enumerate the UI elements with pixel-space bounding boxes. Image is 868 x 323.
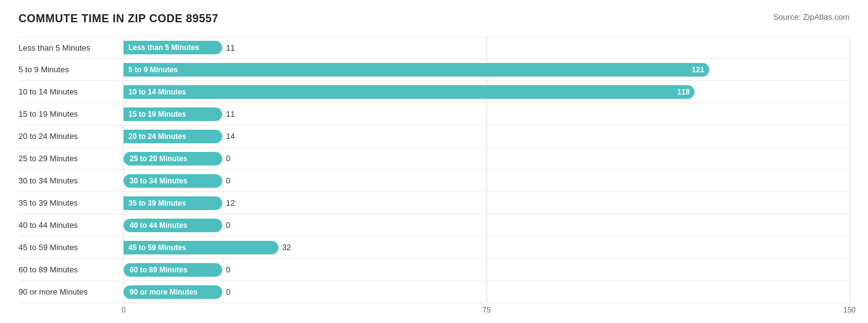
bar-pill-label: 90 or more Minutes bbox=[130, 288, 198, 296]
bar-label: 40 to 44 Minutes bbox=[19, 220, 123, 230]
bar-value: 121 bbox=[692, 65, 704, 74]
bar-label: 5 to 9 Minutes bbox=[19, 65, 123, 74]
grid-line bbox=[486, 170, 487, 191]
bar-pill-label: 30 to 34 Minutes bbox=[130, 177, 187, 185]
grid-line bbox=[486, 281, 487, 303]
bar-label: Less than 5 Minutes bbox=[19, 43, 123, 52]
bar-container: 35 to 39 Minutes12 bbox=[123, 192, 849, 214]
bar-pill-label: 40 to 44 Minutes bbox=[130, 221, 187, 230]
chart-area: Less than 5 MinutesLess than 5 Minutes11… bbox=[19, 36, 849, 318]
grid-line bbox=[486, 148, 487, 169]
grid-line bbox=[849, 281, 850, 303]
bar: 20 to 24 Minutes14 bbox=[123, 130, 222, 143]
bar: 45 to 59 Minutes32 bbox=[123, 241, 278, 254]
bar: 5 to 9 Minutes121 bbox=[123, 63, 709, 77]
bar-container: 40 to 44 Minutes0 bbox=[123, 214, 849, 236]
bar-container: Less than 5 Minutes11 bbox=[123, 37, 849, 58]
bar-pill: 25 to 29 Minutes0 bbox=[123, 152, 222, 166]
bar-pill-label: 60 to 89 Minutes bbox=[130, 266, 187, 274]
bar-value: 11 bbox=[226, 109, 235, 119]
bar-pill-label: 15 to 19 Minutes bbox=[123, 110, 186, 119]
bar-pill: 30 to 34 Minutes0 bbox=[123, 174, 222, 188]
bar-row: 90 or more Minutes90 or more Minutes0 bbox=[19, 281, 849, 303]
bar-row: 40 to 44 Minutes40 to 44 Minutes0 bbox=[19, 214, 849, 237]
bar-container: 60 to 89 Minutes0 bbox=[123, 259, 849, 280]
bar-container: 30 to 34 Minutes0 bbox=[123, 170, 849, 191]
bar-row: 35 to 39 Minutes35 to 39 Minutes12 bbox=[19, 192, 849, 214]
bar-pill: 40 to 44 Minutes0 bbox=[123, 219, 222, 232]
bar-container: 90 or more Minutes0 bbox=[123, 281, 849, 303]
bar-row: 45 to 59 Minutes45 to 59 Minutes32 bbox=[19, 237, 849, 259]
grid-line bbox=[486, 103, 487, 125]
chart-title: COMMUTE TIME IN ZIP CODE 89557 bbox=[19, 12, 219, 25]
bar-container: 20 to 24 Minutes14 bbox=[123, 125, 849, 147]
bar-value: 118 bbox=[677, 88, 690, 96]
grid-line bbox=[486, 237, 487, 258]
chart-source: Source: ZipAtlas.com bbox=[773, 12, 849, 22]
x-axis: 075150 bbox=[123, 306, 849, 318]
bar-label: 35 to 39 Minutes bbox=[19, 198, 123, 208]
bar: 15 to 19 Minutes11 bbox=[123, 107, 222, 121]
grid-line bbox=[849, 37, 850, 58]
bar-label: 15 to 19 Minutes bbox=[19, 109, 123, 119]
bar-value: 0 bbox=[226, 265, 230, 274]
grid-line bbox=[849, 148, 850, 169]
grid-line bbox=[849, 237, 850, 258]
bar-label: 10 to 14 Minutes bbox=[19, 87, 123, 96]
x-tick-label: 0 bbox=[122, 306, 126, 314]
grid-line bbox=[849, 192, 850, 214]
bars-container: Less than 5 MinutesLess than 5 Minutes11… bbox=[19, 36, 849, 303]
bar-label: 60 to 89 Minutes bbox=[19, 265, 123, 274]
grid-line bbox=[486, 37, 487, 58]
bar-row: 30 to 34 Minutes30 to 34 Minutes0 bbox=[19, 170, 849, 192]
bar-pill-label: 10 to 14 Minutes bbox=[123, 88, 186, 96]
bar-container: 10 to 14 Minutes118 bbox=[123, 81, 849, 103]
bar-value: 12 bbox=[226, 198, 235, 208]
bar-pill-label: Less than 5 Minutes bbox=[123, 43, 199, 52]
bar-container: 15 to 19 Minutes11 bbox=[123, 103, 849, 125]
x-tick-label: 75 bbox=[482, 306, 490, 314]
bar-value: 14 bbox=[226, 132, 235, 141]
grid-line bbox=[849, 214, 850, 236]
bar: 10 to 14 Minutes118 bbox=[123, 85, 695, 99]
bar-label: 20 to 24 Minutes bbox=[19, 132, 123, 141]
grid-line bbox=[849, 259, 850, 280]
bar-pill-label: 5 to 9 Minutes bbox=[123, 65, 178, 74]
bar-row: 5 to 9 Minutes5 to 9 Minutes121 bbox=[19, 59, 849, 81]
grid-line bbox=[849, 59, 850, 80]
grid-line bbox=[486, 192, 487, 214]
grid-line bbox=[486, 125, 487, 147]
bar-container: 5 to 9 Minutes121 bbox=[123, 59, 849, 80]
grid-line bbox=[486, 259, 487, 280]
bar-pill: 90 or more Minutes0 bbox=[123, 285, 222, 299]
bar-container: 45 to 59 Minutes32 bbox=[123, 237, 849, 258]
bar-pill-label: 25 to 29 Minutes bbox=[130, 154, 187, 163]
bar-label: 25 to 29 Minutes bbox=[19, 154, 123, 163]
grid-line bbox=[486, 214, 487, 236]
bar: Less than 5 Minutes11 bbox=[123, 41, 222, 54]
bar-value: 32 bbox=[282, 243, 291, 252]
bar-row: 60 to 89 Minutes60 to 89 Minutes0 bbox=[19, 259, 849, 281]
chart-header: COMMUTE TIME IN ZIP CODE 89557 Source: Z… bbox=[19, 12, 849, 25]
bar-value: 11 bbox=[226, 43, 235, 52]
bar-pill-label: 20 to 24 Minutes bbox=[123, 132, 186, 141]
bar-value: 0 bbox=[226, 176, 230, 185]
bar-value: 0 bbox=[226, 287, 230, 296]
bar-pill-label: 35 to 39 Minutes bbox=[123, 199, 186, 208]
bar-row: 20 to 24 Minutes20 to 24 Minutes14 bbox=[19, 125, 849, 148]
bar-row: Less than 5 MinutesLess than 5 Minutes11 bbox=[19, 36, 849, 59]
bar: 35 to 39 Minutes12 bbox=[123, 196, 222, 210]
x-tick-label: 150 bbox=[843, 306, 856, 314]
bar-label: 45 to 59 Minutes bbox=[19, 243, 123, 252]
bar-row: 10 to 14 Minutes10 to 14 Minutes118 bbox=[19, 81, 849, 103]
grid-line bbox=[849, 81, 850, 103]
bar-pill: 60 to 89 Minutes0 bbox=[123, 263, 222, 277]
grid-line bbox=[849, 125, 850, 147]
bar-label: 30 to 34 Minutes bbox=[19, 176, 123, 185]
bar-value: 0 bbox=[226, 220, 230, 230]
bar-container: 25 to 29 Minutes0 bbox=[123, 148, 849, 169]
bar-row: 25 to 29 Minutes25 to 29 Minutes0 bbox=[19, 148, 849, 170]
bar-row: 15 to 19 Minutes15 to 19 Minutes11 bbox=[19, 103, 849, 125]
grid-line bbox=[849, 103, 850, 125]
bar-value: 0 bbox=[226, 154, 230, 163]
